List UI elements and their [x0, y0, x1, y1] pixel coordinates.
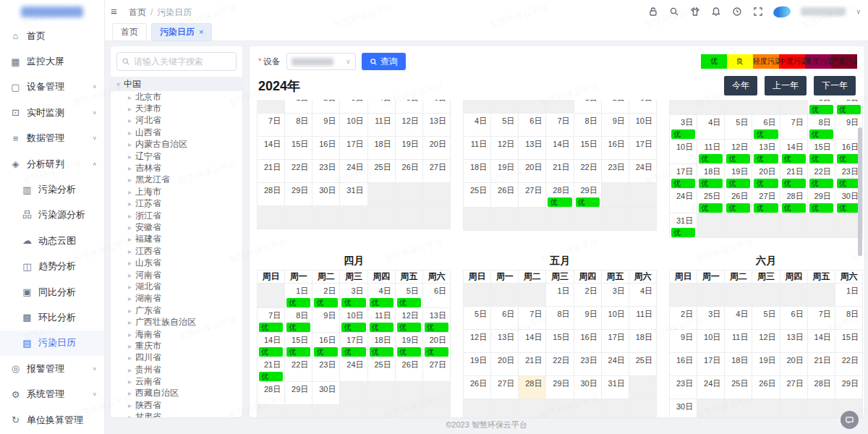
- scrollbar-thumb[interactable]: [858, 127, 862, 256]
- day-cell[interactable]: 29日优: [807, 189, 835, 213]
- tree-node-北京市[interactable]: ▸北京市: [111, 91, 242, 103]
- day-cell[interactable]: 13日优: [422, 308, 450, 333]
- day-cell[interactable]: 19日: [464, 353, 491, 376]
- day-cell[interactable]: 23日: [670, 376, 697, 399]
- day-cell[interactable]: 7日: [546, 114, 574, 137]
- day-cell[interactable]: 1日: [546, 284, 574, 307]
- day-cell[interactable]: 21日: [546, 160, 574, 183]
- tree-node-天津市[interactable]: ▸天津市: [111, 103, 242, 114]
- sidebar-item-污染日历[interactable]: ▤污染日历: [0, 331, 104, 356]
- day-cell[interactable]: 5日优: [395, 284, 422, 308]
- day-cell[interactable]: 23日: [574, 353, 601, 376]
- day-cell[interactable]: 25日: [367, 160, 395, 183]
- sidebar-item-单位换算管理[interactable]: ↻单位换算管理: [0, 407, 104, 433]
- day-cell[interactable]: 21日优: [258, 357, 285, 382]
- sidebar-item-监控大屏[interactable]: ▦监控大屏: [0, 48, 104, 74]
- day-cell[interactable]: 23日: [601, 160, 629, 183]
- day-cell[interactable]: 2日: [574, 284, 601, 307]
- day-cell[interactable]: 25日: [725, 376, 752, 399]
- close-icon[interactable]: ×: [199, 27, 203, 36]
- day-cell[interactable]: 20日: [491, 353, 519, 376]
- day-cell[interactable]: 4日优: [367, 284, 395, 308]
- day-cell[interactable]: 19日: [752, 353, 780, 376]
- tree-node-内蒙古自治区[interactable]: ▸内蒙古自治区: [111, 139, 242, 150]
- day-cell[interactable]: 11日优: [367, 308, 395, 333]
- day-cell[interactable]: 24日: [697, 376, 725, 399]
- day-cell[interactable]: 3日: [629, 100, 656, 114]
- day-cell[interactable]: 24日: [629, 160, 656, 183]
- day-cell[interactable]: 17日: [601, 330, 629, 353]
- day-cell[interactable]: 1日优: [807, 100, 835, 115]
- day-cell[interactable]: 4日: [367, 100, 395, 114]
- day-cell[interactable]: 4日: [697, 115, 725, 140]
- day-cell[interactable]: 6日: [780, 307, 807, 330]
- day-cell[interactable]: 7日: [258, 114, 285, 137]
- day-cell[interactable]: 17日: [629, 137, 656, 160]
- day-cell[interactable]: 24日: [340, 160, 367, 183]
- day-cell[interactable]: 25日优: [697, 189, 725, 213]
- tree-node-广西壮族自治区[interactable]: ▸广西壮族自治区: [111, 316, 242, 328]
- sidebar-item-设备管理[interactable]: ▢设备管理∨: [0, 75, 104, 100]
- tree-node-辽宁省[interactable]: ▸辽宁省: [111, 150, 242, 162]
- day-cell[interactable]: 25日: [629, 353, 656, 376]
- day-cell[interactable]: 22日: [285, 357, 312, 382]
- day-cell[interactable]: 9日: [670, 330, 697, 353]
- day-cell[interactable]: 25日: [464, 183, 491, 208]
- tree-node-广东省[interactable]: ▸广东省: [111, 305, 242, 316]
- day-cell[interactable]: 15日: [835, 330, 862, 353]
- tree-node-重庆市[interactable]: ▸重庆市: [111, 340, 242, 352]
- query-button[interactable]: 查询: [362, 53, 406, 70]
- day-cell[interactable]: 10日: [340, 114, 367, 137]
- day-cell[interactable]: 12日优: [725, 140, 752, 164]
- tree-node-安徽省[interactable]: ▸安徽省: [111, 221, 242, 233]
- day-cell[interactable]: 29日: [285, 183, 312, 206]
- day-cell[interactable]: 26日: [491, 183, 519, 208]
- day-cell[interactable]: 27日: [519, 183, 546, 208]
- day-cell[interactable]: 16日: [312, 137, 340, 160]
- tree-node-山西省[interactable]: ▸山西省: [111, 127, 242, 138]
- fullscreen-icon[interactable]: [752, 7, 763, 17]
- tree-node-江西省[interactable]: ▸江西省: [111, 245, 242, 257]
- day-cell[interactable]: 20日优: [752, 164, 780, 189]
- day-cell[interactable]: 31日优: [670, 213, 697, 238]
- day-cell[interactable]: 21日: [519, 353, 546, 376]
- day-cell[interactable]: 11日: [464, 137, 491, 160]
- day-cell[interactable]: 13日: [491, 330, 519, 353]
- day-cell[interactable]: 17日优: [340, 333, 367, 357]
- day-cell[interactable]: 7日优: [258, 308, 285, 333]
- day-cell[interactable]: 29日: [285, 382, 312, 405]
- tree-node-海南省[interactable]: ▸海南省: [111, 328, 242, 340]
- search-icon[interactable]: [668, 7, 679, 17]
- day-cell[interactable]: 6日优: [752, 115, 780, 140]
- day-cell[interactable]: 27日: [491, 376, 519, 399]
- chevron-down-icon[interactable]: ∨: [856, 8, 861, 15]
- avatar[interactable]: [773, 5, 791, 18]
- day-cell[interactable]: 2日: [670, 307, 697, 330]
- tree-node-四川省[interactable]: ▸四川省: [111, 352, 242, 364]
- day-cell[interactable]: 10日: [629, 114, 656, 137]
- day-cell[interactable]: 14日: [519, 330, 546, 353]
- day-cell[interactable]: 28日: [258, 382, 285, 405]
- day-cell[interactable]: 26日: [395, 160, 422, 183]
- day-cell[interactable]: 14日: [546, 137, 574, 160]
- tab-污染日历[interactable]: 污染日历×: [151, 23, 212, 41]
- day-cell[interactable]: 12日: [752, 330, 780, 353]
- day-cell[interactable]: 8日优: [285, 308, 312, 333]
- day-cell[interactable]: 1日优: [285, 284, 312, 308]
- sidebar-item-数据管理[interactable]: ≡数据管理∨: [0, 126, 104, 151]
- day-cell[interactable]: 28日: [258, 183, 285, 206]
- tree-node-china[interactable]: ▾ 中国: [111, 77, 242, 91]
- day-cell[interactable]: 19日优: [725, 164, 752, 189]
- day-cell[interactable]: 18日: [464, 160, 491, 183]
- breadcrumb-home[interactable]: 首页: [129, 7, 146, 17]
- tree-node-山东省[interactable]: ▸山东省: [111, 257, 242, 268]
- sidebar-item-动态云图[interactable]: ☁动态云图: [0, 228, 104, 253]
- day-cell[interactable]: 23日: [312, 160, 340, 183]
- day-cell[interactable]: 14日优: [258, 333, 285, 357]
- day-cell[interactable]: 17日: [697, 353, 725, 376]
- day-cell[interactable]: 28日: [807, 376, 835, 399]
- tree-node-福建省[interactable]: ▸福建省: [111, 234, 242, 245]
- sidebar-item-实时监测[interactable]: ⊡实时监测∨: [0, 100, 104, 125]
- day-cell[interactable]: 15日: [285, 137, 312, 160]
- day-cell[interactable]: 22日: [574, 160, 601, 183]
